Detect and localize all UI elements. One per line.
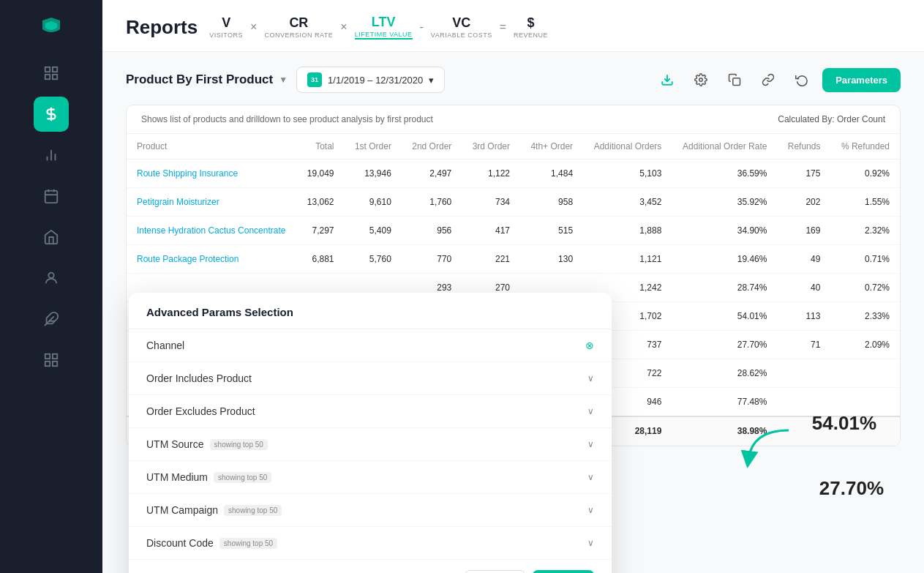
cell-pct: 2.33% (830, 302, 900, 331)
param-utm-medium[interactable]: UTM Medium showing top 50 ∨ (129, 461, 612, 494)
cell-total: 6,881 (297, 245, 345, 274)
formula-op-2: × (340, 20, 347, 34)
date-picker[interactable]: 31 1/1/2019 – 12/31/2020 ▾ (296, 67, 445, 93)
download-icon[interactable] (654, 67, 680, 93)
annotation-value-2: 27.70% (819, 477, 884, 500)
cell-rate: 27.70% (672, 331, 777, 359)
utm-campaign-label-group: UTM Campaign showing top 50 (146, 504, 282, 516)
annotation-container: 54.01% 27.70% (737, 412, 884, 500)
undo-icon[interactable] (789, 67, 815, 93)
cell-refunds: 169 (777, 217, 830, 245)
cell-ord1: 5,409 (345, 217, 402, 245)
utm-campaign-text: UTM Campaign (146, 504, 218, 516)
table-row[interactable]: Intense Hydration Cactus Concentrate 7,2… (127, 217, 900, 245)
formula-visitors: V VISITORS (209, 15, 243, 39)
col-1st-order: 1st Order (345, 134, 402, 160)
cell-total: 7,297 (297, 217, 345, 245)
order-includes-chevron: ∨ (587, 373, 594, 383)
formula-v-label: VISITORS (209, 31, 243, 39)
parameters-button[interactable]: Parameters (822, 68, 901, 92)
cell-additional: 5,103 (583, 160, 672, 188)
date-picker-chevron: ▾ (429, 75, 434, 86)
settings-icon[interactable] (688, 67, 714, 93)
cell-refunds (777, 359, 830, 388)
param-channel[interactable]: Channel ⊗ (129, 329, 612, 362)
sidebar-item-chart[interactable] (34, 56, 69, 91)
cell-rate: 28.74% (672, 274, 777, 302)
svg-rect-21 (733, 78, 740, 86)
table-row[interactable]: Route Shipping Insurance 19,049 13,946 2… (127, 160, 900, 188)
cell-rate: 34.90% (672, 217, 777, 245)
cell-product: Route Shipping Insurance (127, 160, 297, 188)
cell-ord2: 956 (402, 217, 462, 245)
report-title-button[interactable]: Product By First Product ▼ (126, 72, 288, 87)
formula-bar: V VISITORS × CR CONVERSION RATE × LTV LI… (209, 15, 548, 40)
link-icon[interactable] (755, 67, 781, 93)
report-title-label: Product By First Product (126, 72, 273, 87)
utm-source-label-group: UTM Source showing top 50 (146, 438, 268, 450)
cell-rate: 28.62% (672, 359, 777, 388)
param-order-excludes[interactable]: Order Excludes Product ∨ (129, 395, 612, 428)
utm-source-chevron: ∨ (587, 439, 594, 449)
page-header: Reports V VISITORS × CR CONVERSION RATE … (102, 0, 924, 52)
formula-ltv: LTV LIFETIME VALUE (355, 15, 413, 40)
cell-refunds: 175 (777, 160, 830, 188)
cell-total: 19,049 (297, 160, 345, 188)
copy-icon[interactable] (721, 67, 748, 93)
formula-vc-label: VARIABLE COSTS (431, 31, 492, 39)
report-description-text: Shows list of products and drilldown to … (141, 114, 433, 124)
update-button[interactable]: Update (533, 570, 594, 573)
formula-revenue: $ REVENUE (514, 15, 548, 39)
cell-ord3: 221 (462, 245, 520, 274)
toolbar-actions: Parameters (654, 67, 901, 93)
utm-source-text: UTM Source (146, 438, 204, 450)
cell-pct (830, 359, 900, 388)
sidebar-item-store[interactable] (34, 220, 69, 255)
param-utm-campaign[interactable]: UTM Campaign showing top 50 ∨ (129, 494, 612, 527)
svg-rect-2 (45, 75, 50, 79)
cell-ord4: 515 (520, 217, 583, 245)
cell-additional: 3,452 (583, 188, 672, 217)
utm-medium-chevron: ∨ (587, 472, 594, 482)
sidebar-item-users[interactable] (34, 261, 69, 296)
cell-rate: 36.59% (672, 160, 777, 188)
formula-ltv-label: LIFETIME VALUE (355, 31, 413, 40)
table-row[interactable]: Route Package Protection 6,881 5,760 770… (127, 245, 900, 274)
calendar-icon: 31 (307, 72, 322, 87)
param-discount-code[interactable]: Discount Code showing top 50 ∨ (129, 527, 612, 560)
svg-rect-15 (45, 354, 50, 359)
sidebar-item-calendar[interactable] (34, 179, 69, 214)
utm-source-badge: showing top 50 (210, 439, 268, 450)
sidebar-item-bar-chart[interactable] (34, 138, 69, 173)
discount-code-text: Discount Code (146, 537, 214, 549)
svg-rect-16 (53, 354, 57, 359)
cell-product: Petitgrain Moisturizer (127, 188, 297, 217)
calculated-by-label: Calculated By: Order Count (778, 114, 885, 124)
formula-vc-symbol: VC (452, 15, 470, 30)
param-order-includes[interactable]: Order Includes Product ∨ (129, 362, 612, 395)
order-excludes-text: Order Excludes Product (146, 405, 255, 417)
param-utm-source[interactable]: UTM Source showing top 50 ∨ (129, 428, 612, 461)
sidebar-item-puzzle[interactable] (34, 302, 69, 337)
sidebar (0, 0, 102, 573)
col-pct-refunded: % Refunded (830, 134, 900, 160)
cancel-button[interactable]: Cancel (465, 570, 525, 573)
col-total: Total (297, 134, 345, 160)
sidebar-item-dollar[interactable] (34, 97, 69, 132)
col-product: Product (127, 134, 297, 160)
order-excludes-label-group: Order Excludes Product (146, 405, 255, 417)
page-title: Reports (126, 16, 198, 39)
col-2nd-order: 2nd Order (402, 134, 462, 160)
table-row[interactable]: Petitgrain Moisturizer 13,062 9,610 1,76… (127, 188, 900, 217)
cell-ord3: 734 (462, 188, 520, 217)
formula-op-1: × (250, 20, 257, 34)
cell-ord3: 417 (462, 217, 520, 245)
cell-pct: 0.71% (830, 245, 900, 274)
cell-ord4: 130 (520, 245, 583, 274)
annotation-value-1: 54.01% (812, 412, 876, 435)
cell-ord4: 958 (520, 188, 583, 217)
cell-ord2: 1,760 (402, 188, 462, 217)
cell-ord4: 1,484 (520, 160, 583, 188)
formula-rev-symbol: $ (527, 15, 535, 30)
sidebar-item-grid[interactable] (34, 342, 69, 378)
